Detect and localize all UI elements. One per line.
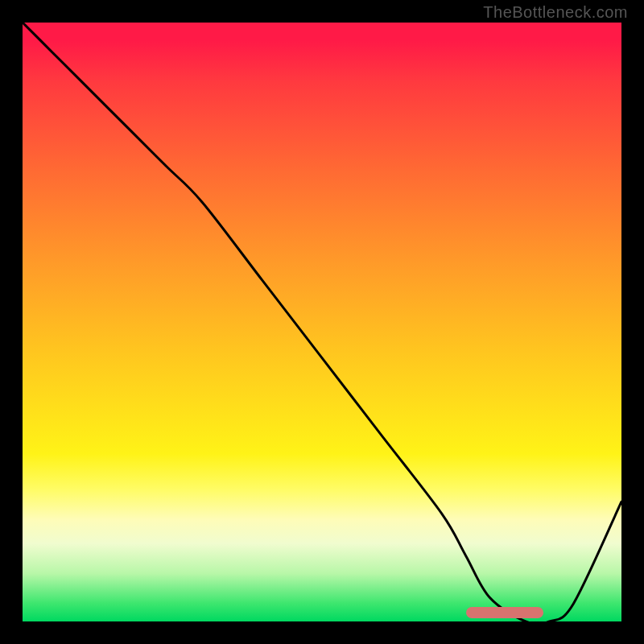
- curve-path: [23, 23, 621, 621]
- chart-container: TheBottleneck.com: [0, 0, 644, 644]
- watermark-text: TheBottleneck.com: [483, 3, 628, 22]
- bottleneck-curve: [23, 23, 621, 621]
- plot-area: [23, 23, 621, 621]
- optimal-range-marker: [466, 607, 544, 618]
